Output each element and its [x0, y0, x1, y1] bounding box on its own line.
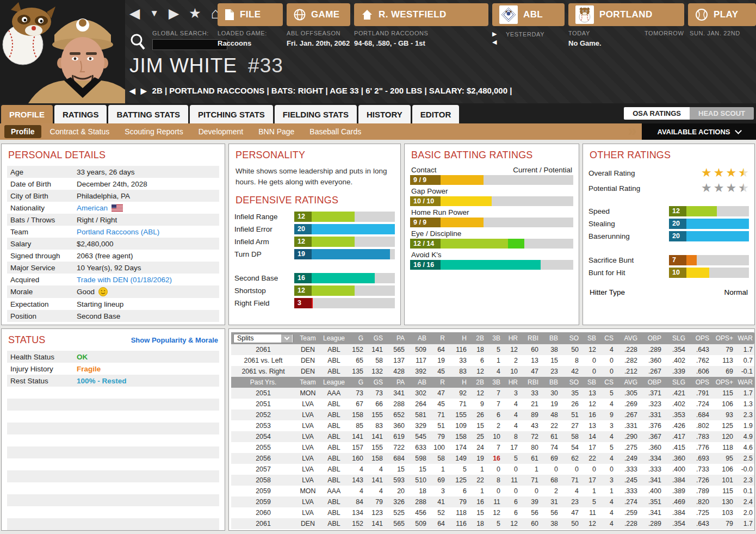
- stats-cell: 134: [348, 509, 367, 517]
- available-actions-button[interactable]: » AVAILABLE ACTIONS: [642, 123, 756, 140]
- rating-label: Bunt for Hit: [588, 269, 669, 277]
- batting-label-row: Eye / Discipline: [411, 229, 572, 238]
- prev-day-icon[interactable]: ◀: [492, 38, 497, 46]
- stats-header-row: Past Yrs.TeamLeagueGGSPAABRH2B3BHRRBIBBS…: [231, 377, 754, 388]
- stats-column-header: 2B: [470, 334, 488, 342]
- stats-cell: ABL: [320, 476, 348, 484]
- yesterday-block: ▶◀ YESTERDAY: [492, 30, 544, 47]
- manager-menu-button[interactable]: R. WESTFIELD: [354, 3, 488, 26]
- osa-ratings-button[interactable]: OSA RATINGS: [624, 107, 690, 120]
- stats-cell: 0: [488, 465, 504, 473]
- stats-cell: LVA: [295, 422, 320, 430]
- tab-editor[interactable]: EDITOR: [412, 105, 459, 123]
- rating-value-chip: 19: [294, 249, 312, 259]
- stats-cell: .733: [689, 465, 713, 473]
- play-menu-button[interactable]: PLAY: [688, 3, 756, 26]
- stats-cell: 1: [470, 487, 488, 495]
- prev-player-icon[interactable]: ◀: [129, 86, 135, 95]
- stats-cell: 1: [583, 487, 600, 495]
- forward-icon[interactable]: ▶: [169, 7, 179, 20]
- stats-cell: LVA: [295, 498, 320, 506]
- personality-text: White shows some leadership and puts in …: [236, 166, 394, 187]
- stats-cell: 7: [488, 400, 504, 408]
- stats-cell: .360: [641, 357, 665, 364]
- stats-column-header: HR: [504, 334, 522, 342]
- jersey-number: #33: [248, 54, 283, 77]
- batting-label-row: Home Run Power: [411, 208, 572, 216]
- dropdown-arrow-icon[interactable]: ▼: [150, 9, 159, 18]
- tab-history[interactable]: HISTORY: [358, 105, 411, 123]
- subtab-development[interactable]: Development: [192, 125, 250, 138]
- stats-cell: 158: [449, 433, 470, 440]
- rating-value-chip: 10: [669, 268, 686, 278]
- tab-ratings[interactable]: RATINGS: [54, 105, 107, 123]
- star-icon: ★: [701, 182, 712, 194]
- file-menu-button[interactable]: FILE: [218, 3, 283, 26]
- stats-cell: 14: [583, 433, 600, 440]
- stats-cell: 118: [449, 509, 470, 517]
- detail-value[interactable]: Portland Raccoons (ABL): [77, 228, 159, 236]
- head-scout-button[interactable]: HEAD SCOUT: [690, 107, 754, 120]
- stats-cell: 95: [713, 455, 737, 462]
- detail-value[interactable]: Trade with DEN (01/18/2062): [77, 276, 172, 284]
- favorite-star-icon[interactable]: ★: [189, 7, 201, 20]
- stats-cell: 35: [562, 389, 583, 397]
- stats-cell: 6: [504, 509, 522, 517]
- stats-cell: 2: [488, 422, 504, 430]
- stats-cell: .331: [641, 411, 665, 419]
- empty-row: [7, 423, 219, 434]
- stats-cell: 120: [713, 433, 737, 440]
- rating-bar: 7: [669, 255, 749, 265]
- tab-batting-stats[interactable]: BATTING STATS: [108, 105, 188, 123]
- stats-cell: 69: [542, 455, 562, 462]
- rating-value-chip: 12: [294, 285, 312, 296]
- subtab-profile[interactable]: Profile: [4, 125, 41, 138]
- stats-column-header: BB: [542, 378, 562, 386]
- detail-value[interactable]: American: [77, 204, 123, 212]
- tab-profile[interactable]: PROFILE: [1, 105, 53, 123]
- stats-cell: 4: [348, 487, 367, 495]
- empty-row: [7, 470, 219, 482]
- game-menu-button[interactable]: GAME: [287, 3, 350, 26]
- subtab-baseball-cards[interactable]: Baseball Cards: [303, 125, 368, 138]
- next-day-icon[interactable]: ▶: [492, 30, 497, 38]
- stats-cell: 4: [367, 487, 387, 495]
- stats-cell: .426: [665, 422, 689, 430]
- subtab-contract-status[interactable]: Contract & Status: [44, 125, 116, 138]
- stats-cell: 16: [488, 455, 504, 462]
- stats-cell: 56: [542, 509, 562, 517]
- subtab-bnn-page[interactable]: BNN Page: [252, 125, 301, 138]
- empty-row: [7, 506, 219, 518]
- stats-cell: .384: [665, 509, 689, 517]
- stats-cell: 0: [488, 487, 504, 495]
- search-icon[interactable]: [129, 33, 146, 53]
- stats-cell: 89: [522, 411, 542, 419]
- global-search-label: GLOBAL SEARCH:: [152, 30, 227, 36]
- stats-cell: 158: [367, 455, 387, 462]
- team-menu-button[interactable]: PORTLAND: [568, 3, 684, 26]
- stats-column-header: League: [320, 334, 348, 342]
- tab-pitching-stats[interactable]: PITCHING STATS: [190, 105, 273, 123]
- stats-column-header: OPS: [689, 378, 713, 386]
- rating-row: Infield Error20: [234, 223, 395, 234]
- stats-cell: 2058: [231, 476, 295, 484]
- global-search-input[interactable]: [152, 39, 227, 50]
- stats-cell: 23: [542, 368, 562, 375]
- batting-rating-label: Contact: [411, 166, 437, 174]
- stats-column-header: HR: [504, 378, 522, 386]
- tab-fielding-stats[interactable]: FIELDING STATS: [275, 105, 357, 123]
- subtab-scouting-reports[interactable]: Scouting Reports: [118, 125, 189, 138]
- top-bar: ◀ ▼ ▶ ★ ⌂ FILE GAME R. WESTFIELD ABL POR…: [0, 0, 756, 103]
- stats-cell: .371: [641, 389, 665, 397]
- stats-cell: 2.3: [737, 411, 755, 419]
- stats-cell: .333: [617, 487, 641, 495]
- next-player-icon[interactable]: ▶: [141, 86, 147, 95]
- rating-bar: 10: [669, 268, 749, 278]
- empty-row: [7, 411, 219, 423]
- league-menu-button[interactable]: ABL: [492, 3, 565, 26]
- stats-cell: .684: [689, 411, 713, 419]
- show-popularity-link[interactable]: Show Popularity & Morale: [131, 336, 218, 344]
- splits-dropdown[interactable]: Splits: [233, 334, 293, 343]
- batting-label-row: Gap Power: [411, 187, 572, 195]
- back-icon[interactable]: ◀: [129, 7, 140, 20]
